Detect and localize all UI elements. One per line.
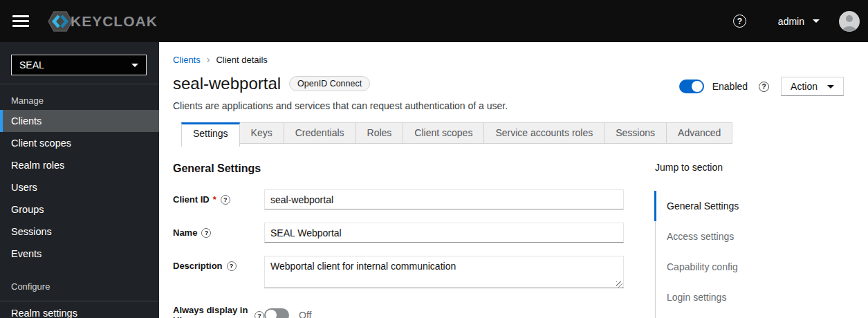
- help-icon[interactable]: ?: [201, 228, 211, 238]
- protocol-badge: OpenID Connect: [289, 76, 370, 91]
- client-id-label: Client ID * ?: [173, 189, 264, 209]
- client-id-row: Client ID * ?: [173, 189, 624, 209]
- general-settings-form: General Settings Client ID * ? Name ?: [173, 147, 624, 318]
- brand-wordmark: KEYCLOAK: [71, 13, 158, 30]
- sidebar-item-realm-roles[interactable]: Realm roles: [0, 154, 159, 176]
- jump-to-section-nav: Jump to section General Settings Access …: [655, 147, 854, 318]
- jump-link-capability-config[interactable]: Capability config: [656, 252, 854, 282]
- chevron-down-icon: [813, 19, 820, 23]
- breadcrumb-separator-icon: ›: [207, 54, 210, 65]
- avatar-person-icon: [846, 15, 853, 22]
- page-header: seal-webportal OpenID Connect Enabled ? …: [159, 65, 868, 96]
- always-display-toggle[interactable]: [264, 308, 289, 318]
- header-controls: Enabled ? Action: [679, 77, 844, 96]
- help-icon[interactable]: ?: [733, 15, 746, 28]
- section-title: General Settings: [173, 162, 624, 175]
- page-title: seal-webportal: [173, 74, 281, 93]
- tab-sessions[interactable]: Sessions: [604, 122, 667, 144]
- name-label: Name ?: [173, 223, 264, 243]
- chevron-down-icon: [827, 85, 834, 88]
- sidebar-item-users[interactable]: Users: [0, 176, 159, 198]
- realm-selector-wrap: SEAL: [0, 42, 159, 84]
- masthead-right: ? admin: [733, 11, 868, 32]
- help-icon[interactable]: ?: [255, 311, 264, 318]
- enabled-label: Enabled: [712, 81, 748, 92]
- tab-advanced[interactable]: Advanced: [667, 122, 732, 144]
- masthead: KEYCLOAK ? admin: [0, 0, 868, 42]
- jump-nav-title: Jump to section: [655, 162, 854, 173]
- jump-link-access-settings[interactable]: Access settings: [656, 221, 854, 252]
- tab-client-scopes[interactable]: Client scopes: [403, 122, 484, 144]
- sidebar-item-groups[interactable]: Groups: [0, 198, 159, 221]
- help-icon[interactable]: ?: [221, 195, 230, 205]
- sidebar-item-realm-settings[interactable]: Realm settings: [0, 301, 159, 318]
- required-asterisk: *: [213, 194, 216, 205]
- always-display-row: Always display in UI ? Off: [173, 305, 624, 318]
- nav-group-configure: Configure Realm settings: [0, 265, 159, 318]
- nav-group-title: Manage: [0, 84, 159, 110]
- sidebar-item-events[interactable]: Events: [0, 243, 159, 265]
- description-label: Description ?: [173, 256, 264, 291]
- breadcrumb: Clients › Client details: [159, 42, 868, 65]
- nav-toggle-hamburger-icon[interactable]: [12, 15, 29, 27]
- tab-service-accounts-roles[interactable]: Service accounts roles: [484, 122, 604, 144]
- keycloak-logo: KEYCLOAK: [43, 10, 158, 33]
- jump-link-general-settings[interactable]: General Settings: [654, 191, 854, 221]
- main-content: Clients › Client details seal-webportal …: [159, 42, 868, 318]
- tab-settings[interactable]: Settings: [181, 122, 240, 147]
- name-input[interactable]: [264, 223, 624, 243]
- nav-group-title: Configure: [0, 265, 159, 296]
- sidebar-item-client-scopes[interactable]: Client scopes: [0, 132, 159, 154]
- tab-credentials[interactable]: Credentials: [284, 122, 356, 144]
- jump-link-login-settings[interactable]: Login settings: [656, 282, 854, 312]
- name-row: Name ?: [173, 223, 624, 243]
- sidebar-item-sessions[interactable]: Sessions: [0, 221, 159, 243]
- avatar[interactable]: [839, 11, 860, 32]
- user-menu[interactable]: admin: [778, 16, 820, 27]
- always-display-label: Always display in UI ?: [173, 305, 264, 318]
- toggle-state-label: Off: [299, 310, 311, 318]
- chevron-down-icon: [131, 64, 138, 67]
- help-icon[interactable]: ?: [759, 82, 769, 92]
- client-id-input[interactable]: [264, 189, 624, 209]
- settings-content: General Settings Client ID * ? Name ?: [159, 147, 868, 318]
- page-subtitle: Clients are applications and services th…: [159, 96, 868, 111]
- nav-group-manage: Manage Clients Client scopes Realm roles…: [0, 84, 159, 265]
- realm-selector[interactable]: SEAL: [11, 55, 147, 75]
- breadcrumb-clients-link[interactable]: Clients: [173, 55, 201, 65]
- realm-name: SEAL: [19, 59, 44, 71]
- action-dropdown-button[interactable]: Action: [781, 77, 844, 96]
- breadcrumb-current: Client details: [216, 55, 267, 65]
- description-textarea[interactable]: Webportal client for internal communicat…: [264, 256, 624, 288]
- tab-bar: Settings Keys Credentials Roles Client s…: [173, 122, 854, 147]
- enabled-toggle[interactable]: [679, 80, 704, 93]
- resize-handle-icon[interactable]: [616, 281, 622, 288]
- username: admin: [778, 16, 804, 27]
- sidebar: SEAL Manage Clients Client scopes Realm …: [0, 42, 159, 318]
- description-row: Description ? Webportal client for inter…: [173, 256, 624, 291]
- sidebar-item-clients[interactable]: Clients: [0, 110, 159, 132]
- tab-roles[interactable]: Roles: [356, 122, 404, 144]
- tab-keys[interactable]: Keys: [240, 122, 284, 144]
- help-icon[interactable]: ?: [227, 261, 237, 271]
